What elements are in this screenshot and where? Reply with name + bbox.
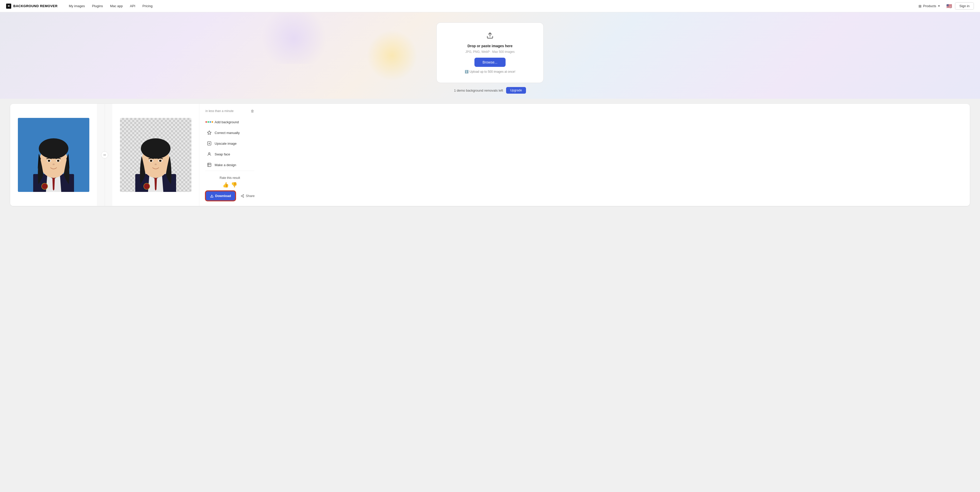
panel-divider: ⇔ bbox=[97, 104, 112, 206]
svg-point-31 bbox=[243, 196, 244, 197]
upscale-image-label: Upscale image bbox=[215, 142, 237, 145]
products-label: Products bbox=[923, 4, 936, 8]
result-portrait bbox=[120, 118, 191, 192]
swap-face-label: Swap face bbox=[215, 152, 230, 156]
divider-handle[interactable]: ⇔ bbox=[101, 151, 108, 158]
upscale-image-icon bbox=[207, 141, 212, 146]
rate-section: Rate this result 👍 👎 bbox=[205, 176, 254, 188]
result-section: ⇔ bbox=[0, 99, 980, 211]
browse-button[interactable]: Browse... bbox=[474, 58, 506, 67]
main-nav: My images Plugins Mac app API Pricing bbox=[66, 3, 915, 10]
products-dropdown[interactable]: ⊞ Products ▼ bbox=[915, 3, 943, 10]
svg-marker-24 bbox=[207, 131, 211, 134]
upload-drop-text: Drop or paste images here bbox=[468, 44, 513, 48]
main-content: Drop or paste images here JPG, PNG, WebP… bbox=[0, 0, 980, 492]
demo-removals-text: 1 demo background removals left bbox=[454, 89, 503, 92]
original-portrait bbox=[18, 118, 89, 192]
sidebar-header-text: in less than a minute bbox=[205, 109, 234, 113]
svg-point-20 bbox=[150, 160, 152, 162]
svg-point-12 bbox=[41, 183, 48, 189]
share-label: Share bbox=[246, 194, 255, 198]
sign-in-button[interactable]: Sign in bbox=[955, 2, 974, 10]
svg-point-30 bbox=[241, 196, 242, 196]
rate-icons[interactable]: 👍 👎 bbox=[205, 182, 254, 188]
svg-rect-27 bbox=[207, 163, 211, 167]
svg-point-21 bbox=[159, 160, 162, 162]
upload-dropzone[interactable]: Drop or paste images here JPG, PNG, WebP… bbox=[436, 22, 544, 83]
svg-point-22 bbox=[155, 164, 157, 165]
svg-point-23 bbox=[144, 183, 150, 189]
flag-icon[interactable]: 🇺🇸 bbox=[946, 3, 952, 9]
make-design-icon bbox=[207, 162, 212, 168]
sidebar-bottom: Rate this result 👍 👎 bbox=[205, 171, 254, 201]
upload-format-text: JPG, PNG, WebP · Max 500 images bbox=[466, 50, 515, 54]
svg-point-10 bbox=[57, 160, 59, 162]
logo-icon: ✕ bbox=[6, 3, 11, 9]
header: ✕ BACKGROUND REMOVER My images Plugins M… bbox=[0, 0, 980, 12]
swap-face-icon bbox=[207, 151, 212, 157]
svg-point-17 bbox=[141, 138, 170, 159]
svg-point-11 bbox=[52, 164, 55, 165]
svg-line-32 bbox=[242, 196, 243, 196]
svg-point-26 bbox=[208, 153, 210, 154]
svg-point-6 bbox=[39, 138, 68, 159]
svg-point-29 bbox=[243, 194, 244, 196]
swap-face-action[interactable]: Swap face bbox=[205, 149, 254, 159]
result-container: ⇔ bbox=[10, 104, 970, 206]
demo-bar: 1 demo background removals left Upgrade bbox=[454, 87, 526, 94]
nav-pricing[interactable]: Pricing bbox=[139, 3, 156, 10]
rate-thumbsup-icon[interactable]: 👍 bbox=[223, 182, 229, 188]
nav-plugins[interactable]: Plugins bbox=[89, 3, 106, 10]
add-background-action[interactable]: Add background bbox=[205, 117, 254, 127]
logo[interactable]: ✕ BACKGROUND REMOVER bbox=[6, 3, 58, 9]
result-panel bbox=[112, 104, 199, 206]
sidebar-header: in less than a minute 🗑 bbox=[205, 109, 254, 113]
nav-api[interactable]: API bbox=[127, 3, 138, 10]
logo-text: BACKGROUND REMOVER bbox=[13, 4, 58, 8]
original-panel bbox=[10, 104, 97, 206]
correct-manually-icon bbox=[207, 130, 212, 135]
sidebar-panel: in less than a minute 🗑 Add background bbox=[199, 104, 260, 206]
header-right: ⊞ Products ▼ 🇺🇸 Sign in bbox=[915, 2, 974, 10]
download-label: Download bbox=[215, 194, 231, 198]
chevron-down-icon: ▼ bbox=[938, 5, 940, 7]
upload-note: ℹ️ Upload up to 500 images at once! bbox=[465, 70, 515, 73]
hero-section: Drop or paste images here JPG, PNG, WebP… bbox=[0, 12, 980, 99]
upgrade-button[interactable]: Upgrade bbox=[506, 87, 526, 94]
add-background-label: Add background bbox=[215, 120, 239, 124]
rate-label: Rate this result bbox=[205, 176, 254, 180]
correct-manually-action[interactable]: Correct manually bbox=[205, 128, 254, 137]
download-button[interactable]: Download bbox=[205, 191, 235, 201]
correct-manually-label: Correct manually bbox=[215, 131, 240, 135]
nav-my-images[interactable]: My images bbox=[66, 3, 88, 10]
svg-point-9 bbox=[48, 160, 50, 162]
rate-thumbsdown-icon[interactable]: 👎 bbox=[231, 182, 237, 188]
download-share-row: Download Share bbox=[205, 191, 254, 201]
svg-line-33 bbox=[242, 195, 243, 196]
make-design-action[interactable]: Make a design bbox=[205, 160, 254, 170]
result-image bbox=[120, 118, 191, 192]
share-button[interactable]: Share bbox=[239, 191, 257, 200]
nav-mac-app[interactable]: Mac app bbox=[107, 3, 126, 10]
original-image bbox=[18, 118, 89, 192]
add-background-icon bbox=[207, 119, 212, 125]
upload-icon bbox=[487, 32, 493, 41]
upscale-image-action[interactable]: Upscale image bbox=[205, 139, 254, 148]
trash-icon[interactable]: 🗑 bbox=[251, 109, 254, 113]
make-design-label: Make a design bbox=[215, 163, 236, 167]
